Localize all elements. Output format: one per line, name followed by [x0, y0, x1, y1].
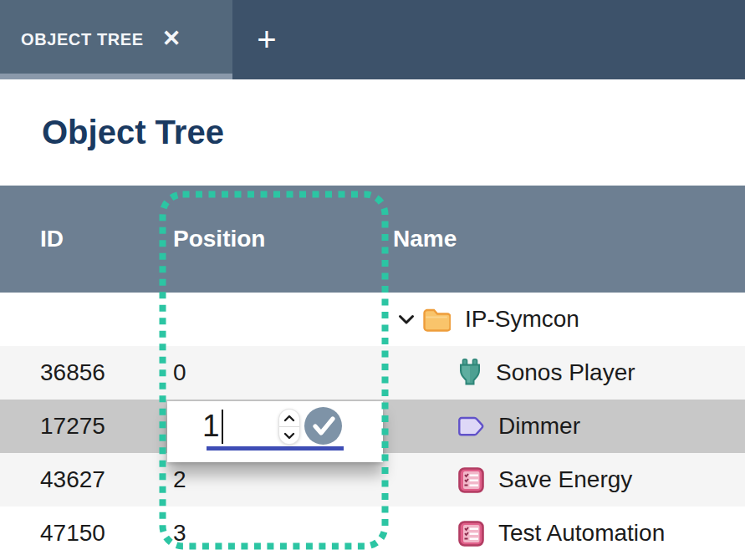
stepper-up-button[interactable] — [279, 410, 299, 426]
position-input-value: 1 — [202, 409, 220, 444]
cell-name: IP-Symcon — [385, 306, 745, 333]
script-icon — [458, 521, 484, 547]
chevron-up-icon — [283, 415, 295, 422]
cell-position[interactable]: 0 — [161, 359, 385, 386]
position-editor-popup: 1 — [167, 401, 383, 462]
title-section: Object Tree — [0, 79, 745, 186]
table-row-test-automation[interactable]: 47150 3 Test Automation — [0, 507, 745, 560]
folder-icon — [422, 308, 451, 332]
object-name: Sonos Player — [496, 359, 635, 386]
cell-name: Test Automation — [385, 520, 745, 547]
object-name: IP-Symcon — [465, 306, 579, 333]
input-underline — [207, 446, 344, 451]
object-name: Test Automation — [498, 520, 665, 547]
cell-id: 17275 — [0, 413, 161, 440]
position-input[interactable]: 1 — [202, 406, 223, 446]
number-stepper — [279, 410, 299, 444]
header-id[interactable]: ID — [0, 226, 161, 252]
chevron-down-icon — [283, 432, 295, 440]
cell-name: Sonos Player — [385, 359, 745, 387]
header-position[interactable]: Position — [161, 226, 385, 252]
tab-bar: OBJECT TREE ✕ + — [0, 0, 745, 79]
tab-object-tree[interactable]: OBJECT TREE ✕ — [0, 0, 232, 79]
table-row-sonos-player[interactable]: 36856 0 Sonos Player — [0, 346, 745, 400]
table-row-ip-symcon[interactable]: IP-Symcon — [0, 293, 745, 346]
cell-name: Dimmer — [385, 413, 745, 440]
close-icon[interactable]: ✕ — [162, 28, 181, 50]
check-icon — [311, 415, 336, 437]
object-name: Save Energy — [498, 466, 632, 493]
tag-icon — [458, 416, 484, 437]
header-name[interactable]: Name — [385, 226, 745, 252]
cell-id: 36856 — [0, 359, 161, 386]
cell-position[interactable]: 2 — [161, 466, 385, 493]
chevron-down-icon[interactable] — [398, 314, 415, 325]
text-caret — [222, 410, 223, 444]
plus-icon: + — [257, 21, 276, 59]
object-tree-window: OBJECT TREE ✕ + Object Tree ID Position … — [0, 0, 745, 560]
new-tab-button[interactable]: + — [232, 0, 301, 79]
cell-position[interactable]: 3 — [161, 520, 385, 547]
object-name: Dimmer — [498, 413, 580, 440]
stepper-down-button[interactable] — [279, 427, 299, 444]
cell-id: 43627 — [0, 466, 161, 493]
page-title: Object Tree — [42, 114, 224, 151]
active-tab-indicator — [0, 74, 232, 79]
confirm-button[interactable] — [304, 407, 342, 445]
script-icon — [458, 467, 484, 493]
plug-icon — [458, 359, 482, 387]
table-header: ID Position Name — [0, 186, 745, 293]
tab-label: OBJECT TREE — [21, 30, 144, 49]
cell-id: 47150 — [0, 520, 161, 547]
cell-name: Save Energy — [385, 466, 745, 493]
